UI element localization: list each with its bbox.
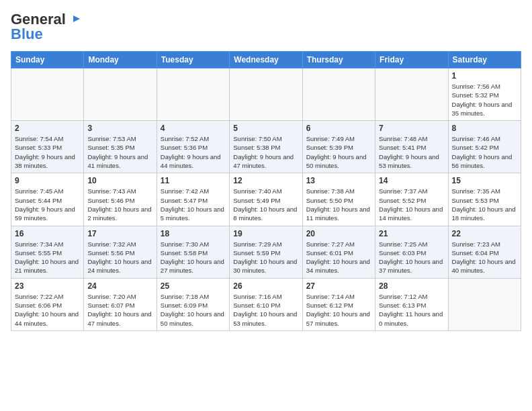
day-number: 1 [452, 71, 517, 81]
calendar-day-cell [11, 68, 84, 121]
day-info: Sunrise: 7:30 AM Sunset: 5:58 PM Dayligh… [161, 240, 226, 275]
logo: General Blue [11, 11, 81, 43]
day-number: 24 [87, 281, 152, 291]
day-info: Sunrise: 7:37 AM Sunset: 5:52 PM Dayligh… [379, 187, 444, 222]
day-number: 20 [306, 229, 371, 238]
day-number: 14 [379, 176, 444, 185]
weekday-header: Monday [84, 52, 157, 68]
day-info: Sunrise: 7:22 AM Sunset: 6:06 PM Dayligh… [15, 292, 80, 328]
day-number: 13 [306, 176, 371, 185]
weekday-header: Wednesday [230, 52, 302, 68]
day-number: 23 [15, 281, 80, 291]
weekday-header: Saturday [448, 52, 521, 68]
day-info: Sunrise: 7:50 AM Sunset: 5:38 PM Dayligh… [233, 134, 298, 170]
calendar-day-cell: 10Sunrise: 7:43 AM Sunset: 5:46 PM Dayli… [84, 173, 157, 226]
calendar-day-cell: 20Sunrise: 7:27 AM Sunset: 6:01 PM Dayli… [302, 226, 375, 278]
day-number: 4 [161, 124, 226, 133]
calendar-week-row: 1Sunrise: 7:56 AM Sunset: 5:32 PM Daylig… [11, 68, 521, 121]
day-info: Sunrise: 7:16 AM Sunset: 6:10 PM Dayligh… [233, 292, 298, 328]
page-header: General Blue [11, 11, 521, 43]
calendar-day-cell: 25Sunrise: 7:18 AM Sunset: 6:09 PM Dayli… [157, 278, 229, 330]
calendar-day-cell: 23Sunrise: 7:22 AM Sunset: 6:06 PM Dayli… [11, 278, 84, 330]
calendar-day-cell: 13Sunrise: 7:38 AM Sunset: 5:50 PM Dayli… [302, 173, 375, 226]
calendar-day-cell: 4Sunrise: 7:52 AM Sunset: 5:36 PM Daylig… [157, 121, 229, 173]
day-number: 7 [379, 124, 444, 133]
day-info: Sunrise: 7:34 AM Sunset: 5:55 PM Dayligh… [15, 240, 80, 275]
day-info: Sunrise: 7:23 AM Sunset: 6:04 PM Dayligh… [452, 240, 517, 275]
day-info: Sunrise: 7:42 AM Sunset: 5:47 PM Dayligh… [161, 187, 226, 222]
calendar-day-cell: 8Sunrise: 7:46 AM Sunset: 5:42 PM Daylig… [448, 121, 521, 173]
calendar-week-row: 16Sunrise: 7:34 AM Sunset: 5:55 PM Dayli… [11, 226, 521, 278]
day-number: 27 [306, 281, 371, 291]
logo-flag-icon [68, 13, 81, 26]
calendar-day-cell [302, 68, 375, 121]
day-number: 3 [87, 124, 152, 133]
calendar-week-row: 2Sunrise: 7:54 AM Sunset: 5:33 PM Daylig… [11, 121, 521, 173]
calendar-day-cell: 15Sunrise: 7:35 AM Sunset: 5:53 PM Dayli… [448, 173, 521, 226]
calendar-day-cell: 14Sunrise: 7:37 AM Sunset: 5:52 PM Dayli… [375, 173, 448, 226]
day-info: Sunrise: 7:48 AM Sunset: 5:41 PM Dayligh… [379, 134, 444, 170]
calendar-day-cell: 21Sunrise: 7:25 AM Sunset: 6:03 PM Dayli… [375, 226, 448, 278]
day-info: Sunrise: 7:45 AM Sunset: 5:44 PM Dayligh… [15, 187, 80, 222]
day-info: Sunrise: 7:40 AM Sunset: 5:49 PM Dayligh… [233, 187, 298, 222]
day-number: 10 [87, 176, 152, 185]
day-number: 16 [15, 229, 80, 238]
day-number: 21 [379, 229, 444, 238]
day-info: Sunrise: 7:49 AM Sunset: 5:39 PM Dayligh… [306, 134, 371, 170]
day-number: 22 [452, 229, 517, 238]
calendar-table: SundayMondayTuesdayWednesdayThursdayFrid… [11, 51, 521, 331]
calendar-day-cell: 11Sunrise: 7:42 AM Sunset: 5:47 PM Dayli… [157, 173, 229, 226]
day-info: Sunrise: 7:25 AM Sunset: 6:03 PM Dayligh… [379, 240, 444, 275]
day-number: 26 [233, 281, 298, 291]
logo-blue-text: Blue [11, 26, 43, 43]
day-number: 5 [233, 124, 298, 133]
calendar-day-cell [375, 68, 448, 121]
calendar-day-cell: 7Sunrise: 7:48 AM Sunset: 5:41 PM Daylig… [375, 121, 448, 173]
day-info: Sunrise: 7:38 AM Sunset: 5:50 PM Dayligh… [306, 187, 371, 222]
day-info: Sunrise: 7:46 AM Sunset: 5:42 PM Dayligh… [452, 134, 517, 170]
calendar-header-row: SundayMondayTuesdayWednesdayThursdayFrid… [11, 52, 521, 68]
calendar-day-cell: 16Sunrise: 7:34 AM Sunset: 5:55 PM Dayli… [11, 226, 84, 278]
day-number: 11 [161, 176, 226, 185]
calendar-day-cell: 2Sunrise: 7:54 AM Sunset: 5:33 PM Daylig… [11, 121, 84, 173]
calendar-day-cell: 3Sunrise: 7:53 AM Sunset: 5:35 PM Daylig… [84, 121, 157, 173]
weekday-header: Sunday [11, 52, 84, 68]
calendar-day-cell: 26Sunrise: 7:16 AM Sunset: 6:10 PM Dayli… [230, 278, 302, 330]
calendar-day-cell: 6Sunrise: 7:49 AM Sunset: 5:39 PM Daylig… [302, 121, 375, 173]
svg-marker-0 [73, 15, 80, 22]
weekday-header: Thursday [302, 52, 375, 68]
day-info: Sunrise: 7:18 AM Sunset: 6:09 PM Dayligh… [161, 292, 226, 328]
day-number: 17 [87, 229, 152, 238]
calendar-day-cell: 24Sunrise: 7:20 AM Sunset: 6:07 PM Dayli… [84, 278, 157, 330]
day-number: 6 [306, 124, 371, 133]
day-number: 15 [452, 176, 517, 185]
day-number: 12 [233, 176, 298, 185]
day-info: Sunrise: 7:32 AM Sunset: 5:56 PM Dayligh… [87, 240, 152, 275]
day-info: Sunrise: 7:56 AM Sunset: 5:32 PM Dayligh… [452, 82, 517, 118]
calendar-week-row: 9Sunrise: 7:45 AM Sunset: 5:44 PM Daylig… [11, 173, 521, 226]
day-info: Sunrise: 7:27 AM Sunset: 6:01 PM Dayligh… [306, 240, 371, 275]
day-number: 19 [233, 229, 298, 238]
calendar-day-cell: 9Sunrise: 7:45 AM Sunset: 5:44 PM Daylig… [11, 173, 84, 226]
day-number: 9 [15, 176, 80, 185]
day-info: Sunrise: 7:54 AM Sunset: 5:33 PM Dayligh… [15, 134, 80, 170]
day-info: Sunrise: 7:43 AM Sunset: 5:46 PM Dayligh… [87, 187, 152, 222]
day-number: 2 [15, 124, 80, 133]
day-info: Sunrise: 7:52 AM Sunset: 5:36 PM Dayligh… [161, 134, 226, 170]
calendar-day-cell: 18Sunrise: 7:30 AM Sunset: 5:58 PM Dayli… [157, 226, 229, 278]
calendar-day-cell: 27Sunrise: 7:14 AM Sunset: 6:12 PM Dayli… [302, 278, 375, 330]
calendar-day-cell [84, 68, 157, 121]
weekday-header: Friday [375, 52, 448, 68]
day-number: 28 [379, 281, 444, 291]
calendar-day-cell: 19Sunrise: 7:29 AM Sunset: 5:59 PM Dayli… [230, 226, 302, 278]
calendar-day-cell: 28Sunrise: 7:12 AM Sunset: 6:13 PM Dayli… [375, 278, 448, 330]
weekday-header: Tuesday [157, 52, 229, 68]
calendar-day-cell [230, 68, 302, 121]
day-number: 8 [452, 124, 517, 133]
calendar-day-cell [448, 278, 521, 330]
calendar-day-cell: 22Sunrise: 7:23 AM Sunset: 6:04 PM Dayli… [448, 226, 521, 278]
day-number: 18 [161, 229, 226, 238]
calendar-day-cell: 17Sunrise: 7:32 AM Sunset: 5:56 PM Dayli… [84, 226, 157, 278]
day-info: Sunrise: 7:12 AM Sunset: 6:13 PM Dayligh… [379, 292, 444, 328]
day-info: Sunrise: 7:35 AM Sunset: 5:53 PM Dayligh… [452, 187, 517, 222]
